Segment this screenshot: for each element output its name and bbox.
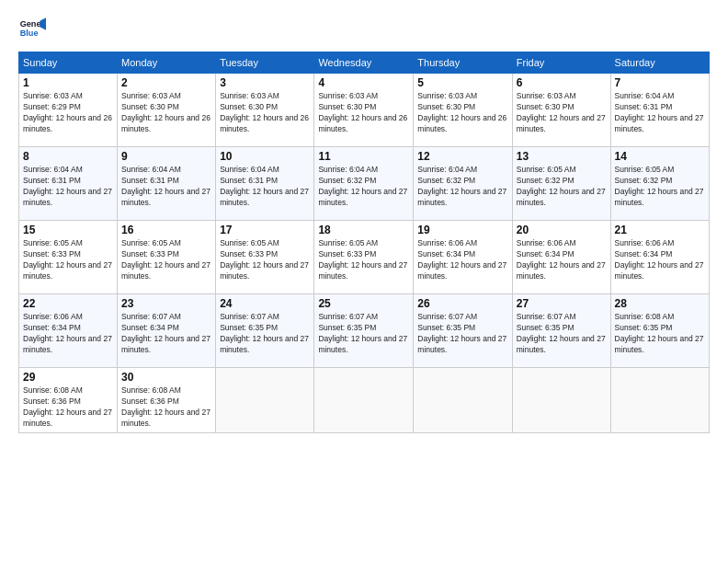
day-info: Sunrise: 6:07 AM Sunset: 6:35 PM Dayligh… xyxy=(517,312,607,356)
calendar-header-cell: Friday xyxy=(512,52,610,74)
day-number: 22 xyxy=(23,297,113,310)
day-number: 19 xyxy=(417,224,507,236)
day-number: 20 xyxy=(517,224,607,236)
day-number: 27 xyxy=(517,297,607,310)
day-number: 9 xyxy=(121,150,211,163)
calendar-header-row: SundayMondayTuesdayWednesdayThursdayFrid… xyxy=(19,52,710,74)
calendar-day-cell xyxy=(216,368,314,433)
calendar-day-cell xyxy=(314,368,414,433)
calendar-day-cell: 23 Sunrise: 6:07 AM Sunset: 6:34 PM Dayl… xyxy=(118,294,216,368)
day-number: 29 xyxy=(23,371,113,384)
day-info: Sunrise: 6:04 AM Sunset: 6:31 PM Dayligh… xyxy=(121,165,211,209)
calendar-header-cell: Saturday xyxy=(610,52,709,74)
calendar-day-cell: 7 Sunrise: 6:04 AM Sunset: 6:31 PM Dayli… xyxy=(610,74,709,147)
day-info: Sunrise: 6:04 AM Sunset: 6:31 PM Dayligh… xyxy=(220,165,310,209)
day-info: Sunrise: 6:06 AM Sunset: 6:34 PM Dayligh… xyxy=(517,238,607,282)
day-info: Sunrise: 6:03 AM Sunset: 6:30 PM Dayligh… xyxy=(318,91,409,135)
day-number: 2 xyxy=(121,76,211,89)
day-number: 24 xyxy=(220,297,310,310)
day-number: 6 xyxy=(517,76,607,89)
calendar-day-cell: 2 Sunrise: 6:03 AM Sunset: 6:30 PM Dayli… xyxy=(118,74,216,147)
day-number: 18 xyxy=(318,224,409,236)
day-info: Sunrise: 6:07 AM Sunset: 6:34 PM Dayligh… xyxy=(121,312,211,356)
day-number: 15 xyxy=(23,224,113,236)
calendar-day-cell: 5 Sunrise: 6:03 AM Sunset: 6:30 PM Dayli… xyxy=(414,74,512,147)
calendar-week-row: 22 Sunrise: 6:06 AM Sunset: 6:34 PM Dayl… xyxy=(19,294,710,368)
day-info: Sunrise: 6:07 AM Sunset: 6:35 PM Dayligh… xyxy=(220,312,310,356)
calendar-week-row: 1 Sunrise: 6:03 AM Sunset: 6:29 PM Dayli… xyxy=(19,74,710,147)
day-number: 25 xyxy=(318,297,409,310)
calendar-day-cell: 22 Sunrise: 6:06 AM Sunset: 6:34 PM Dayl… xyxy=(19,294,118,368)
day-info: Sunrise: 6:05 AM Sunset: 6:33 PM Dayligh… xyxy=(23,238,113,282)
calendar-header-cell: Wednesday xyxy=(314,52,414,74)
calendar-day-cell: 13 Sunrise: 6:05 AM Sunset: 6:32 PM Dayl… xyxy=(512,147,610,221)
day-number: 17 xyxy=(220,224,310,236)
calendar-week-row: 29 Sunrise: 6:08 AM Sunset: 6:36 PM Dayl… xyxy=(19,368,710,433)
calendar-day-cell: 19 Sunrise: 6:06 AM Sunset: 6:34 PM Dayl… xyxy=(414,221,512,294)
calendar-day-cell: 11 Sunrise: 6:04 AM Sunset: 6:32 PM Dayl… xyxy=(314,147,414,221)
day-info: Sunrise: 6:05 AM Sunset: 6:32 PM Dayligh… xyxy=(615,165,705,209)
day-info: Sunrise: 6:08 AM Sunset: 6:36 PM Dayligh… xyxy=(121,385,211,430)
day-number: 30 xyxy=(121,371,211,384)
day-info: Sunrise: 6:03 AM Sunset: 6:30 PM Dayligh… xyxy=(121,91,211,135)
calendar-day-cell: 30 Sunrise: 6:08 AM Sunset: 6:36 PM Dayl… xyxy=(118,368,216,433)
calendar-day-cell: 15 Sunrise: 6:05 AM Sunset: 6:33 PM Dayl… xyxy=(19,221,118,294)
day-number: 8 xyxy=(23,150,113,163)
calendar-week-row: 15 Sunrise: 6:05 AM Sunset: 6:33 PM Dayl… xyxy=(19,221,710,294)
calendar-day-cell: 21 Sunrise: 6:06 AM Sunset: 6:34 PM Dayl… xyxy=(610,221,709,294)
calendar-day-cell: 25 Sunrise: 6:07 AM Sunset: 6:35 PM Dayl… xyxy=(314,294,414,368)
calendar-day-cell: 6 Sunrise: 6:03 AM Sunset: 6:30 PM Dayli… xyxy=(512,74,610,147)
day-info: Sunrise: 6:03 AM Sunset: 6:30 PM Dayligh… xyxy=(220,91,310,135)
calendar-day-cell: 20 Sunrise: 6:06 AM Sunset: 6:34 PM Dayl… xyxy=(512,221,610,294)
calendar-week-row: 8 Sunrise: 6:04 AM Sunset: 6:31 PM Dayli… xyxy=(19,147,710,221)
calendar-day-cell: 10 Sunrise: 6:04 AM Sunset: 6:31 PM Dayl… xyxy=(216,147,314,221)
calendar-day-cell: 17 Sunrise: 6:05 AM Sunset: 6:33 PM Dayl… xyxy=(216,221,314,294)
day-number: 4 xyxy=(318,76,409,89)
calendar-day-cell: 4 Sunrise: 6:03 AM Sunset: 6:30 PM Dayli… xyxy=(314,74,414,147)
day-number: 23 xyxy=(121,297,211,310)
header: General Blue xyxy=(18,15,710,42)
day-number: 1 xyxy=(23,76,113,89)
day-number: 14 xyxy=(615,150,705,163)
day-number: 21 xyxy=(615,224,705,236)
day-number: 7 xyxy=(615,76,705,89)
calendar-day-cell: 16 Sunrise: 6:05 AM Sunset: 6:33 PM Dayl… xyxy=(118,221,216,294)
day-number: 10 xyxy=(220,150,310,163)
day-info: Sunrise: 6:04 AM Sunset: 6:31 PM Dayligh… xyxy=(23,165,113,209)
day-info: Sunrise: 6:05 AM Sunset: 6:33 PM Dayligh… xyxy=(121,238,211,282)
day-number: 28 xyxy=(615,297,705,310)
day-info: Sunrise: 6:03 AM Sunset: 6:29 PM Dayligh… xyxy=(23,91,113,135)
calendar-day-cell xyxy=(414,368,512,433)
calendar-body: 1 Sunrise: 6:03 AM Sunset: 6:29 PM Dayli… xyxy=(19,74,710,433)
calendar-day-cell xyxy=(610,368,709,433)
logo: General Blue xyxy=(18,15,46,42)
calendar-table: SundayMondayTuesdayWednesdayThursdayFrid… xyxy=(18,52,710,433)
day-info: Sunrise: 6:05 AM Sunset: 6:32 PM Dayligh… xyxy=(517,165,607,209)
calendar-day-cell: 26 Sunrise: 6:07 AM Sunset: 6:35 PM Dayl… xyxy=(414,294,512,368)
calendar-header-cell: Tuesday xyxy=(216,52,314,74)
day-info: Sunrise: 6:05 AM Sunset: 6:33 PM Dayligh… xyxy=(318,238,409,282)
day-info: Sunrise: 6:07 AM Sunset: 6:35 PM Dayligh… xyxy=(318,312,409,356)
day-info: Sunrise: 6:04 AM Sunset: 6:32 PM Dayligh… xyxy=(318,165,409,209)
day-info: Sunrise: 6:03 AM Sunset: 6:30 PM Dayligh… xyxy=(417,91,507,135)
day-info: Sunrise: 6:06 AM Sunset: 6:34 PM Dayligh… xyxy=(23,312,113,356)
calendar-day-cell: 18 Sunrise: 6:05 AM Sunset: 6:33 PM Dayl… xyxy=(314,221,414,294)
calendar-day-cell: 9 Sunrise: 6:04 AM Sunset: 6:31 PM Dayli… xyxy=(118,147,216,221)
calendar-day-cell: 8 Sunrise: 6:04 AM Sunset: 6:31 PM Dayli… xyxy=(19,147,118,221)
day-number: 16 xyxy=(121,224,211,236)
calendar-header-cell: Thursday xyxy=(414,52,512,74)
calendar-day-cell: 27 Sunrise: 6:07 AM Sunset: 6:35 PM Dayl… xyxy=(512,294,610,368)
day-number: 12 xyxy=(417,150,507,163)
calendar-day-cell: 24 Sunrise: 6:07 AM Sunset: 6:35 PM Dayl… xyxy=(216,294,314,368)
calendar-day-cell: 12 Sunrise: 6:04 AM Sunset: 6:32 PM Dayl… xyxy=(414,147,512,221)
day-number: 13 xyxy=(517,150,607,163)
svg-text:Blue: Blue xyxy=(20,29,39,38)
calendar-day-cell: 29 Sunrise: 6:08 AM Sunset: 6:36 PM Dayl… xyxy=(19,368,118,433)
page-container: General Blue SundayMondayTuesdayWednesda… xyxy=(0,0,728,563)
day-info: Sunrise: 6:04 AM Sunset: 6:32 PM Dayligh… xyxy=(417,165,507,209)
calendar-header-cell: Monday xyxy=(118,52,216,74)
day-info: Sunrise: 6:08 AM Sunset: 6:36 PM Dayligh… xyxy=(23,385,113,430)
day-info: Sunrise: 6:08 AM Sunset: 6:35 PM Dayligh… xyxy=(615,312,705,356)
day-number: 26 xyxy=(417,297,507,310)
calendar-day-cell: 14 Sunrise: 6:05 AM Sunset: 6:32 PM Dayl… xyxy=(610,147,709,221)
